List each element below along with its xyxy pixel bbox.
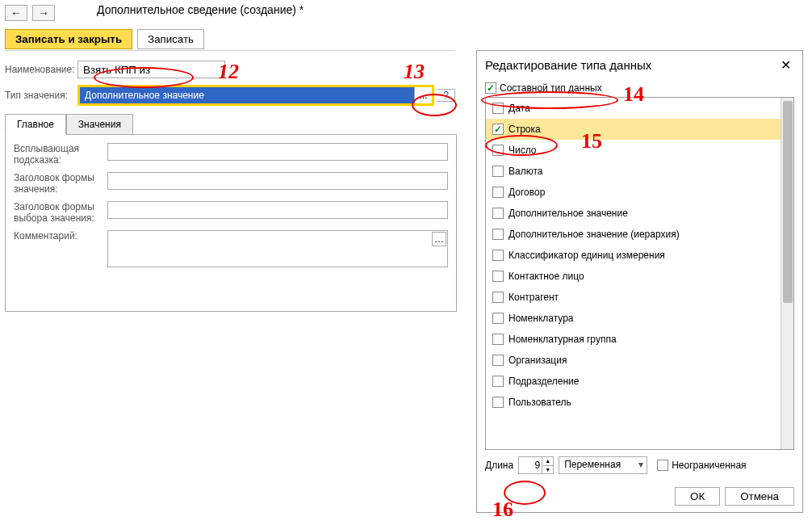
- composite-label: Составной тип данных: [500, 82, 602, 94]
- type-label: Дополнительное значение: [509, 208, 628, 219]
- type-label: Пользователь: [509, 397, 571, 408]
- length-label: Длина: [485, 460, 513, 471]
- name-label: Наименование:: [5, 64, 74, 75]
- type-label: Подразделение: [509, 376, 579, 387]
- scroll-thumb[interactable]: [783, 101, 793, 303]
- type-checkbox[interactable]: [492, 229, 504, 240]
- unlimited-label: Неограниченная: [672, 460, 746, 471]
- length-input[interactable]: [519, 457, 542, 473]
- composite-checkbox[interactable]: [485, 82, 496, 94]
- type-item[interactable]: Номенклатура: [486, 308, 781, 329]
- type-item[interactable]: Дата: [486, 98, 781, 119]
- type-checkbox[interactable]: [492, 187, 504, 198]
- comment-input[interactable]: [107, 230, 448, 267]
- unlimited-checkbox[interactable]: [657, 460, 668, 471]
- length-spinner[interactable]: ▲ ▼: [518, 456, 554, 474]
- choice-form-title-label: Заголовок формы выбора значения:: [14, 201, 103, 224]
- comment-label: Комментарий:: [14, 230, 103, 270]
- type-label: Контактное лицо: [509, 271, 584, 282]
- cancel-button[interactable]: Отмена: [725, 487, 794, 506]
- type-item[interactable]: Контактное лицо: [486, 266, 781, 287]
- type-item[interactable]: Организация: [486, 350, 781, 371]
- tooltip-input[interactable]: [107, 143, 448, 161]
- tab-values[interactable]: Значения: [66, 114, 133, 135]
- type-checkbox[interactable]: [492, 292, 504, 303]
- spinner-up[interactable]: ▲: [542, 457, 553, 466]
- type-item[interactable]: Валюта: [486, 161, 781, 182]
- value-form-title-input[interactable]: [107, 172, 448, 190]
- type-item[interactable]: Строка: [486, 119, 781, 140]
- type-checkbox[interactable]: [492, 124, 504, 135]
- type-item[interactable]: Дополнительное значение (иерархия): [486, 224, 781, 245]
- spinner-down[interactable]: ▼: [542, 466, 553, 474]
- value-form-title-label: Заголовок формы значения:: [14, 172, 103, 195]
- type-item[interactable]: Дополнительное значение: [486, 203, 781, 224]
- type-value-input[interactable]: Дополнительное значение: [80, 87, 414, 103]
- type-help-button[interactable]: ?: [437, 89, 455, 102]
- type-label: Договор: [509, 187, 545, 198]
- type-checkbox[interactable]: [492, 103, 504, 114]
- type-checkbox[interactable]: [492, 355, 504, 366]
- type-checkbox[interactable]: [492, 208, 504, 219]
- save-button[interactable]: Записать: [137, 29, 204, 49]
- dialog-title: Редактирование типа данных: [485, 58, 651, 72]
- type-label: Номенклатурная группа: [509, 334, 617, 345]
- type-edit-dialog: Редактирование типа данных ✕ Составной т…: [476, 50, 803, 513]
- type-label: Валюта: [509, 166, 542, 177]
- type-item[interactable]: Число: [486, 140, 781, 161]
- type-checkbox[interactable]: [492, 145, 504, 156]
- ok-button[interactable]: ОК: [675, 487, 720, 506]
- type-select-button[interactable]: ...: [414, 87, 432, 103]
- type-label: Классификатор единиц измерения: [509, 250, 665, 261]
- type-label: Номенклатура: [509, 313, 574, 324]
- type-checkbox[interactable]: [492, 334, 504, 345]
- tab-content-main: Всплывающая подсказка: Заголовок формы з…: [5, 134, 457, 312]
- type-item[interactable]: Договор: [486, 182, 781, 203]
- type-item[interactable]: Классификатор единиц измерения: [486, 245, 781, 266]
- type-checkbox[interactable]: [492, 271, 504, 282]
- type-list-scrollbar[interactable]: [781, 98, 793, 449]
- type-checkbox[interactable]: [492, 397, 504, 408]
- comment-expand-button[interactable]: …: [432, 232, 446, 246]
- type-label: Контрагент: [509, 292, 559, 303]
- page-title: Дополнительное сведение (создание) *: [97, 3, 303, 16]
- save-close-button[interactable]: Записать и закрыть: [5, 29, 132, 49]
- type-checkbox[interactable]: [492, 376, 504, 387]
- type-checkbox[interactable]: [492, 166, 504, 177]
- type-item[interactable]: Пользователь: [486, 392, 781, 413]
- type-label: Организация: [509, 355, 567, 366]
- type-label: Тип значения:: [5, 90, 74, 101]
- type-checkbox[interactable]: [492, 313, 504, 324]
- length-mode-select[interactable]: Переменная: [559, 456, 647, 474]
- choice-form-title-input[interactable]: [107, 201, 448, 219]
- tab-main[interactable]: Главное: [5, 114, 66, 135]
- forward-button[interactable]: →: [32, 5, 55, 21]
- name-input[interactable]: [77, 61, 225, 78]
- type-label: Строка: [509, 124, 541, 135]
- type-label: Дата: [509, 103, 530, 114]
- type-item[interactable]: Подразделение: [486, 371, 781, 392]
- type-checkbox[interactable]: [492, 250, 504, 261]
- back-button[interactable]: ←: [5, 5, 27, 21]
- type-label: Дополнительное значение (иерархия): [509, 229, 680, 240]
- close-icon[interactable]: ✕: [777, 57, 794, 73]
- type-label: Число: [509, 145, 537, 156]
- type-item[interactable]: Контрагент: [486, 287, 781, 308]
- type-item[interactable]: Номенклатурная группа: [486, 329, 781, 350]
- tooltip-label: Всплывающая подсказка:: [14, 143, 103, 166]
